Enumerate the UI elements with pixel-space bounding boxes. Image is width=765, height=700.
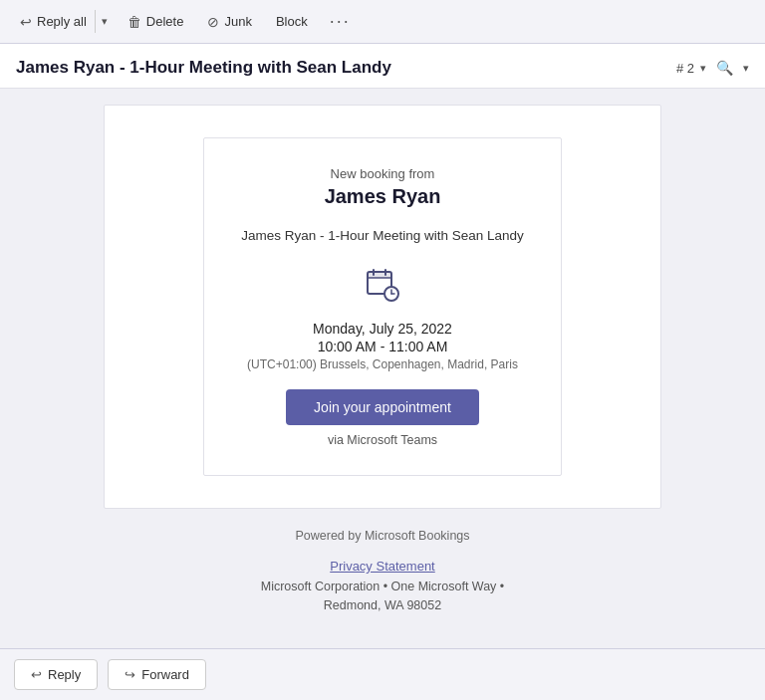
booking-inner-card: New booking from James Ryan James Ryan -…: [203, 137, 562, 476]
forward-label: Forward: [141, 667, 189, 682]
junk-icon: ⊘: [207, 14, 219, 30]
meeting-title: James Ryan - 1-Hour Meeting with Sean La…: [224, 228, 541, 243]
reply-all-button[interactable]: ↩ Reply all: [12, 9, 95, 35]
delete-button[interactable]: 🗑 Delete: [118, 9, 194, 35]
calendar-icon: [361, 263, 404, 307]
email-header: James Ryan - 1-Hour Meeting with Sean La…: [0, 44, 765, 89]
footer-address-line1: Microsoft Corporation • One Microsoft Wa…: [261, 580, 504, 593]
block-label: Block: [276, 14, 308, 29]
reply-all-dropdown-button[interactable]: ▾: [95, 10, 114, 33]
email-body-area[interactable]: New booking from James Ryan James Ryan -…: [0, 89, 765, 648]
email-header-right: # 2 ▾ 🔍 ▾: [676, 58, 749, 78]
privacy-statement-link[interactable]: Privacy Statement: [12, 559, 753, 574]
meeting-timezone: (UTC+01:00) Brussels, Copenhagen, Madrid…: [224, 357, 541, 371]
email-count: # 2: [676, 61, 694, 76]
junk-label: Junk: [224, 14, 251, 29]
sender-name: James Ryan: [224, 185, 541, 208]
reply-all-icon: ↩: [20, 14, 32, 30]
svg-rect-1: [368, 272, 391, 278]
powered-by-text: Powered by Microsoft Bookings: [12, 529, 753, 543]
new-booking-from-label: New booking from: [224, 166, 541, 181]
footer-links: Privacy Statement Microsoft Corporation …: [12, 559, 753, 615]
zoom-chevron-icon[interactable]: ▾: [743, 62, 749, 75]
chevron-down-icon: ▾: [102, 15, 108, 27]
email-subject: James Ryan - 1-Hour Meeting with Sean La…: [16, 58, 391, 78]
delete-label: Delete: [146, 14, 184, 29]
forward-icon: ↪: [125, 667, 135, 682]
bottom-action-bar: ↩ Reply ↪ Forward: [0, 648, 765, 700]
meeting-date: Monday, July 25, 2022: [224, 321, 541, 337]
delete-icon: 🗑: [128, 14, 141, 30]
count-chevron-icon[interactable]: ▾: [700, 62, 706, 75]
reply-icon: ↩: [31, 667, 42, 682]
meeting-time: 10:00 AM - 11:00 AM: [224, 339, 541, 354]
footer-address: Microsoft Corporation • One Microsoft Wa…: [12, 578, 753, 615]
reply-label: Reply: [48, 667, 81, 682]
via-teams-label: via Microsoft Teams: [224, 433, 541, 447]
reply-all-group: ↩ Reply all ▾: [12, 9, 114, 35]
footer-address-line2: Redmond, WA 98052: [324, 598, 441, 612]
more-options-button[interactable]: ···: [322, 6, 359, 37]
join-appointment-button[interactable]: Join your appointment: [286, 389, 479, 425]
reply-button[interactable]: ↩ Reply: [14, 659, 98, 690]
junk-button[interactable]: ⊘ Junk: [197, 9, 261, 35]
toolbar: ↩ Reply all ▾ 🗑 Delete ⊘ Junk Block ···: [0, 0, 765, 44]
more-icon: ···: [330, 11, 351, 31]
zoom-button[interactable]: 🔍: [712, 58, 737, 78]
forward-button[interactable]: ↪ Forward: [108, 659, 206, 690]
email-card: New booking from James Ryan James Ryan -…: [104, 105, 661, 509]
reply-all-label: Reply all: [37, 14, 87, 29]
block-button[interactable]: Block: [266, 9, 318, 34]
